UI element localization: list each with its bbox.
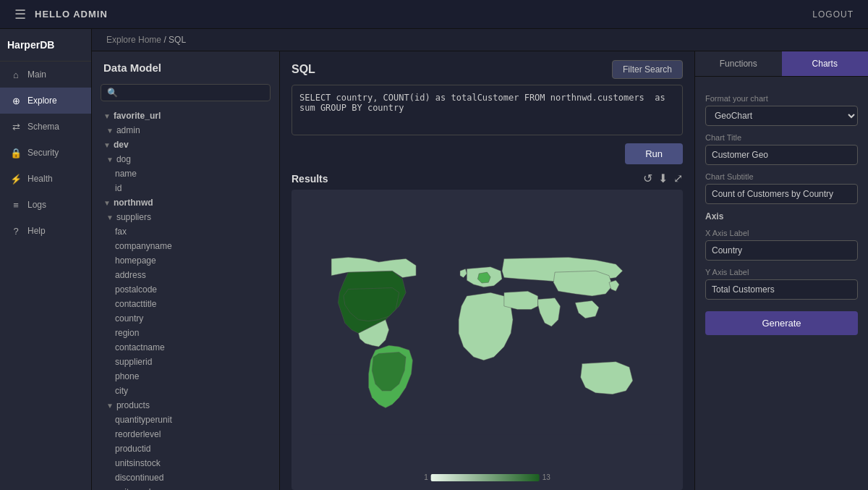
- tree-field-reorderlevel[interactable]: reorderlevel: [92, 427, 279, 442]
- sidebar-item-explore[interactable]: ⊕ Explore: [0, 88, 91, 114]
- sidebar-item-help[interactable]: ? Help: [0, 218, 91, 244]
- explore-icon: ⊕: [10, 95, 22, 106]
- tree-label: discontinued: [115, 473, 163, 483]
- generate-button[interactable]: Generate: [705, 311, 858, 335]
- map-legend: 1 13: [424, 473, 550, 481]
- sidebar-item-health[interactable]: ⚡ Health: [0, 166, 91, 192]
- format-select[interactable]: GeoChart BarChart LineChart PieChart: [705, 106, 858, 126]
- sidebar-label-health: Health: [27, 174, 53, 184]
- tree-label: products: [116, 400, 150, 410]
- axis-title: Axis: [705, 211, 858, 221]
- search-box[interactable]: 🔍: [101, 84, 271, 101]
- sidebar-item-schema[interactable]: ⇄ Schema: [0, 114, 91, 140]
- run-button[interactable]: Run: [625, 143, 683, 164]
- breadcrumb: Explore Home / SQL: [92, 29, 868, 51]
- legend-max: 13: [542, 473, 550, 481]
- tree-field-quantityperunit[interactable]: quantityperunit: [92, 413, 279, 427]
- chart-title-input[interactable]: [705, 145, 858, 165]
- tree-label: suppliers: [116, 212, 151, 222]
- topbar-left: ☰ HELLO ADMIN: [14, 7, 108, 22]
- tree-field-unitsnorder[interactable]: unitsnorder: [92, 485, 279, 490]
- sidebar: HarperDB ⌂ Main ⊕ Explore ⇄ Schema 🔒 Sec…: [0, 29, 92, 490]
- topbar: ☰ HELLO ADMIN LOGOUT: [0, 0, 868, 29]
- tree-field-region[interactable]: region: [92, 326, 279, 340]
- search-input[interactable]: [122, 88, 264, 98]
- tree-label: dev: [114, 140, 129, 150]
- arrow-icon: ▼: [106, 214, 114, 221]
- tree-label: contactname: [115, 342, 165, 352]
- arrow-icon: ▼: [106, 402, 114, 410]
- sidebar-item-main[interactable]: ⌂ Main: [0, 62, 91, 88]
- tree-field-productid[interactable]: productid: [92, 442, 279, 456]
- filter-search-button[interactable]: Filter Search: [612, 60, 683, 79]
- tree-table-dog[interactable]: ▼ dog: [92, 152, 279, 166]
- tree-field-country[interactable]: country: [92, 311, 279, 326]
- arrow-icon: ▼: [103, 199, 111, 207]
- chart-subtitle-input[interactable]: [705, 184, 858, 204]
- tree-schema-northnwd[interactable]: ▼ northnwd: [92, 195, 279, 210]
- tree-label: contacttitle: [115, 299, 156, 309]
- tree-field-id[interactable]: id: [92, 181, 279, 195]
- tree-field-contacttitle[interactable]: contacttitle: [92, 297, 279, 311]
- tree-label: city: [115, 386, 128, 396]
- tree-label: northnwd: [114, 198, 153, 208]
- tree-field-fax[interactable]: fax: [92, 224, 279, 239]
- tree-field-discontinued[interactable]: discontinued: [92, 470, 279, 485]
- logs-icon: ≡: [10, 199, 22, 211]
- sidebar-item-logs[interactable]: ≡ Logs: [0, 192, 91, 218]
- content-area: Data Model 🔍 ▼ favorite_url ▼: [92, 51, 868, 490]
- sidebar-label-help: Help: [27, 226, 46, 236]
- tab-charts[interactable]: Charts: [782, 51, 869, 76]
- arrow-icon: ▼: [106, 127, 114, 135]
- tree-schema-favorite_url[interactable]: ▼ favorite_url: [92, 109, 279, 123]
- tree-label: unitsnorder: [115, 487, 158, 490]
- tree-label: fax: [115, 227, 127, 237]
- tree-label: supplierid: [115, 357, 152, 367]
- refresh-icon[interactable]: ↺: [643, 172, 652, 185]
- sql-header: SQL Filter Search: [280, 51, 694, 85]
- tree-field-name[interactable]: name: [92, 166, 279, 181]
- map-container: 1 13: [292, 190, 683, 490]
- tree-field-contactname[interactable]: contactname: [92, 340, 279, 355]
- logout-button[interactable]: LOGOUT: [812, 9, 854, 20]
- tree-table-products[interactable]: ▼ products: [92, 398, 279, 413]
- logo-area: HarperDB: [0, 29, 91, 62]
- schema-icon: ⇄: [10, 121, 22, 132]
- x-axis-label: X Axis Label: [705, 229, 858, 237]
- breadcrumb-home[interactable]: Explore Home: [106, 35, 161, 45]
- breadcrumb-current: SQL: [169, 35, 186, 45]
- sidebar-label-logs: Logs: [27, 200, 46, 210]
- format-label: Format your chart: [705, 94, 858, 103]
- sidebar-item-security[interactable]: 🔒 Security: [0, 140, 91, 166]
- tree-table-admin[interactable]: ▼ admin: [92, 123, 279, 138]
- tree-schema-dev[interactable]: ▼ dev: [92, 138, 279, 152]
- right-panel: Functions Charts Format your chart GeoCh…: [694, 51, 868, 490]
- sql-textarea[interactable]: SELECT country, COUNT(id) as totalCustom…: [292, 85, 683, 135]
- sidebar-label-explore: Explore: [27, 96, 57, 106]
- tree-field-homepage[interactable]: homepage: [92, 253, 279, 268]
- sidebar-label-schema: Schema: [27, 122, 59, 132]
- tabs-bar: Functions Charts: [695, 51, 868, 77]
- app-title: HELLO ADMIN: [35, 9, 108, 20]
- arrow-icon: ▼: [103, 141, 111, 149]
- hamburger-icon[interactable]: ☰: [14, 7, 26, 22]
- tree-field-address[interactable]: address: [92, 268, 279, 282]
- x-axis-input[interactable]: [705, 240, 858, 261]
- tree-field-phone[interactable]: phone: [92, 369, 279, 384]
- tree-field-companyname[interactable]: companyname: [92, 239, 279, 253]
- tab-functions[interactable]: Functions: [695, 51, 782, 76]
- search-icon: 🔍: [107, 88, 118, 98]
- tree-field-city[interactable]: city: [92, 384, 279, 398]
- tree-field-unitsinstock[interactable]: unitsinstock: [92, 456, 279, 470]
- tree-field-supplierid[interactable]: supplierid: [92, 355, 279, 369]
- tree-label: quantityperunit: [115, 415, 172, 425]
- tree-table-suppliers[interactable]: ▼ suppliers: [92, 210, 279, 224]
- home-icon: ⌂: [10, 69, 22, 80]
- main-layout: HarperDB ⌂ Main ⊕ Explore ⇄ Schema 🔒 Sec…: [0, 29, 868, 490]
- y-axis-label: Y Axis Label: [705, 268, 858, 276]
- y-axis-input[interactable]: [705, 279, 858, 300]
- download-icon[interactable]: ⬇: [658, 172, 668, 185]
- tree-field-postalcode[interactable]: postalcode: [92, 282, 279, 297]
- search-area: 🔍: [92, 80, 279, 109]
- expand-icon[interactable]: ⤢: [673, 172, 683, 185]
